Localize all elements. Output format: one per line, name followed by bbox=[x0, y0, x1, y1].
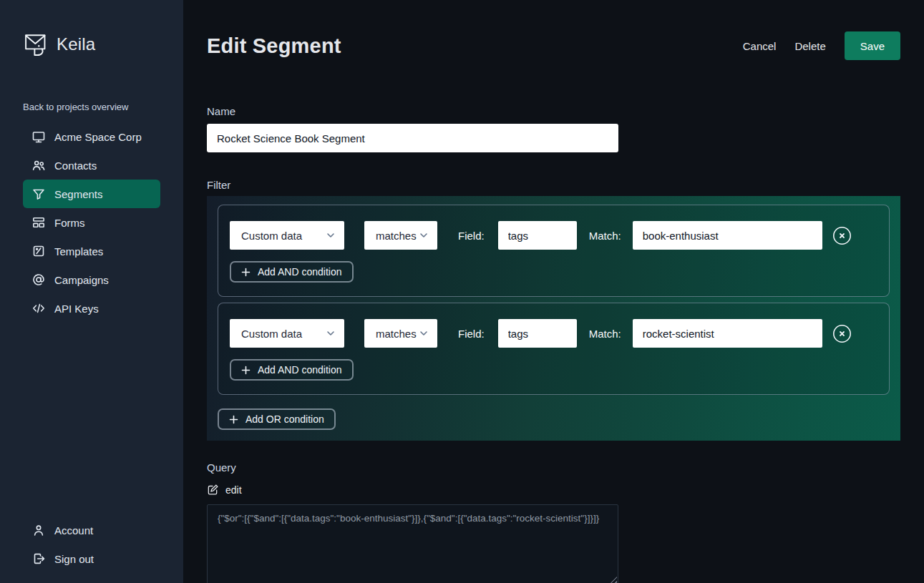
header-actions: Cancel Delete Save bbox=[743, 31, 900, 60]
sidebar-item-label: API Keys bbox=[54, 303, 99, 315]
back-to-projects-link[interactable]: Back to projects overview bbox=[23, 102, 160, 112]
sidebar-item-label: Acme Space Corp bbox=[54, 131, 142, 143]
remove-condition-button[interactable] bbox=[832, 323, 852, 343]
query-edit-link[interactable]: edit bbox=[207, 484, 242, 496]
field-label: Field: bbox=[458, 230, 485, 242]
chevron-down-icon bbox=[326, 230, 336, 240]
x-circle-icon bbox=[832, 226, 852, 245]
user-icon bbox=[31, 523, 46, 537]
sidebar-item-label: Sign out bbox=[54, 553, 94, 565]
condition-row: Custom data matches Field: Match: bbox=[230, 221, 877, 250]
add-or-condition-label: Add OR condition bbox=[245, 413, 324, 425]
add-and-condition-label: Add AND condition bbox=[258, 364, 342, 376]
funnel-icon bbox=[31, 187, 46, 201]
sidebar-item-label: Segments bbox=[54, 188, 103, 200]
filter-panel: Custom data matches Field: Match: bbox=[207, 196, 900, 441]
condition-type-select[interactable]: Custom data bbox=[230, 221, 344, 250]
condition-field-input[interactable] bbox=[498, 221, 577, 250]
cancel-button[interactable]: Cancel bbox=[743, 40, 777, 52]
sidebar-item-label: Forms bbox=[54, 217, 85, 229]
sidebar-item-account[interactable]: Account bbox=[23, 516, 160, 544]
forms-layout-icon bbox=[31, 215, 46, 230]
condition-type-value: Custom data bbox=[241, 328, 302, 340]
condition-operator-select[interactable]: matches bbox=[364, 319, 437, 348]
add-and-condition-label: Add AND condition bbox=[258, 266, 342, 278]
sidebar-item-forms[interactable]: Forms bbox=[23, 208, 160, 237]
chevron-down-icon bbox=[326, 328, 336, 338]
condition-operator-select[interactable]: matches bbox=[364, 221, 437, 250]
plus-icon bbox=[229, 415, 238, 424]
plus-icon bbox=[241, 268, 251, 277]
sidebar-item-templates[interactable]: Templates bbox=[23, 237, 160, 265]
plus-icon bbox=[241, 366, 251, 375]
sidebar: Keila Back to projects overview Acme Spa… bbox=[0, 0, 183, 583]
sidebar-item-sign-out[interactable]: Sign out bbox=[23, 544, 160, 573]
sidebar-item-label: Contacts bbox=[54, 160, 97, 172]
match-label: Match: bbox=[589, 230, 621, 242]
filter-condition-card: Custom data matches Field: Match: bbox=[218, 205, 890, 297]
x-circle-icon bbox=[832, 324, 852, 343]
code-icon bbox=[31, 301, 46, 315]
add-and-condition-button[interactable]: Add AND condition bbox=[230, 261, 354, 283]
query-textarea[interactable]: {"$or":[{"$and":[{"data.tags":"book-enth… bbox=[207, 504, 618, 583]
chevron-down-icon bbox=[419, 230, 429, 240]
brand: Keila bbox=[23, 30, 160, 59]
filter-label: Filter bbox=[207, 179, 900, 191]
sidebar-item-label: Account bbox=[54, 524, 93, 537]
edit-pencil-icon bbox=[207, 484, 219, 496]
condition-operator-value: matches bbox=[376, 230, 417, 242]
condition-match-input[interactable] bbox=[633, 221, 822, 250]
condition-type-value: Custom data bbox=[241, 230, 302, 242]
sidebar-item-label: Campaigns bbox=[54, 274, 109, 286]
at-sign-icon bbox=[31, 273, 46, 287]
sidebar-item-label: Templates bbox=[54, 245, 103, 258]
main-content: Edit Segment Cancel Delete Save Name Fil… bbox=[183, 0, 924, 583]
sidebar-item-contacts[interactable]: Contacts bbox=[23, 151, 160, 180]
query-editor: {"$or":[{"$and":[{"data.tags":"book-enth… bbox=[207, 504, 618, 583]
field-label: Field: bbox=[458, 328, 485, 340]
add-and-condition-button[interactable]: Add AND condition bbox=[230, 359, 354, 381]
sidebar-item-acme-space-corp[interactable]: Acme Space Corp bbox=[23, 122, 160, 151]
sidebar-item-campaigns[interactable]: Campaigns bbox=[23, 265, 160, 294]
chevron-down-icon bbox=[419, 328, 429, 338]
segment-name-input[interactable] bbox=[207, 124, 618, 152]
filter-condition-card: Custom data matches Field: Match: bbox=[218, 303, 890, 395]
condition-field-input[interactable] bbox=[498, 319, 577, 348]
delete-button[interactable]: Delete bbox=[794, 40, 825, 52]
sidebar-item-segments[interactable]: Segments bbox=[23, 180, 160, 208]
name-label: Name bbox=[207, 105, 900, 117]
sign-out-icon bbox=[31, 552, 46, 566]
add-or-condition-button[interactable]: Add OR condition bbox=[218, 408, 336, 430]
condition-type-select[interactable]: Custom data bbox=[230, 319, 344, 348]
condition-match-input[interactable] bbox=[633, 319, 822, 348]
condition-row: Custom data matches Field: Match: bbox=[230, 319, 877, 348]
keila-logo-icon bbox=[23, 30, 52, 59]
query-edit-label: edit bbox=[225, 484, 242, 496]
page-header: Edit Segment Cancel Delete Save bbox=[207, 31, 900, 60]
query-label: Query bbox=[207, 461, 900, 474]
template-icon bbox=[31, 244, 46, 258]
remove-condition-button[interactable] bbox=[832, 225, 852, 245]
users-icon bbox=[31, 158, 46, 172]
sidebar-item-api-keys[interactable]: API Keys bbox=[23, 294, 160, 323]
match-label: Match: bbox=[589, 328, 621, 340]
page-title: Edit Segment bbox=[207, 34, 341, 58]
save-button[interactable]: Save bbox=[845, 31, 900, 60]
sidebar-footer: Account Sign out bbox=[23, 516, 160, 573]
brand-name: Keila bbox=[57, 34, 95, 54]
condition-operator-value: matches bbox=[376, 328, 417, 340]
sidebar-nav: Acme Space Corp Contacts Segments bbox=[23, 122, 160, 323]
monitor-icon bbox=[31, 129, 46, 144]
